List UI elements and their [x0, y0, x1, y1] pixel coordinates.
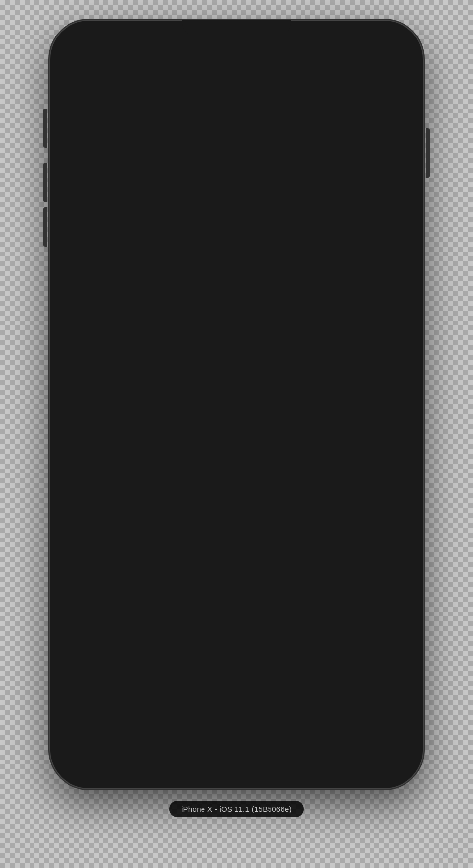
subtitle-text-label: Subtitle Text: [68, 319, 405, 329]
home-bar: [202, 773, 271, 775]
notification-text-block: Super duper test message. It's fairly lo…: [94, 40, 405, 65]
image-alignment-section: Image Alignment Align Left Align Center …: [56, 128, 417, 181]
image-align-left[interactable]: Align Left: [69, 153, 181, 174]
subtitle-align-left[interactable]: Align Left: [69, 336, 181, 357]
show-notification-button[interactable]: Show Notification: [84, 751, 164, 765]
slider-track: [68, 420, 389, 422]
subtitle-text-input[interactable]: [68, 363, 405, 386]
activity-indicator-label: Activity Indicator Alignment: [68, 190, 405, 200]
exit-animation-section: Exit Animation Type Linear Spring Gravit…: [56, 74, 417, 128]
bottom-bar: Show Notification Print Identifiers Dism…: [56, 742, 417, 769]
notification-title: Super duper test message.: [94, 40, 405, 52]
notification-text-control: Align Left Align Center Align Right: [68, 259, 405, 282]
subtitle-text-section: Subtitle Text Align Left Align Center Al…: [56, 310, 417, 363]
slider-thumb[interactable]: [60, 412, 76, 429]
print-identifiers-button[interactable]: Print Identifiers: [220, 751, 291, 765]
activity-align-center[interactable]: Align Center: [181, 207, 293, 227]
dismiss-button[interactable]: Dismiss: [346, 751, 389, 765]
exit-animation-gravity[interactable]: Gravity: [293, 100, 404, 121]
exit-animation-linear[interactable]: Linear: [69, 100, 181, 121]
activity-align-right[interactable]: Align Right: [293, 207, 404, 227]
alert-icon: [68, 41, 86, 59]
notif-text-align-left[interactable]: Align Left: [69, 260, 181, 281]
screen-content: Exit Animation Type Linear Spring Gravit…: [56, 74, 417, 742]
activity-indicator-section: Activity Indicator Alignment Align Left …: [56, 181, 417, 234]
exit-animation-spring[interactable]: Spring: [181, 100, 293, 121]
activity-align-left[interactable]: Align Left: [69, 207, 181, 227]
subtitle-text-control: Align Left Align Center Align Right: [68, 335, 405, 358]
subtitle-align-right[interactable]: Align Right: [293, 336, 404, 357]
image-alignment-control: Align Left Align Center Align Right: [68, 152, 405, 175]
home-indicator: [56, 769, 417, 782]
slider-track-wrapper[interactable]: [68, 413, 389, 429]
image-alignment-label: Image Alignment: [68, 137, 405, 146]
preferred-padding-label: Preferred Padding: [68, 395, 405, 405]
notification-text-label: Notification Text: [68, 243, 405, 253]
exit-animation-control: Linear Spring Gravity: [68, 99, 405, 122]
image-align-center[interactable]: Align Center: [181, 153, 293, 174]
device-label: iPhone X - iOS 11.1 (15B5066e): [169, 801, 304, 817]
phone-screen: Super duper test message. It's fairly lo…: [56, 27, 417, 782]
power-button: [426, 128, 430, 178]
activity-indicator-control: Align Left Align Center Align Right: [68, 206, 405, 228]
phone-wrapper: Super duper test message. It's fairly lo…: [49, 20, 424, 789]
notification-banner: Super duper test message. It's fairly lo…: [56, 27, 417, 74]
notif-text-align-right[interactable]: Align Right: [293, 260, 404, 281]
exit-animation-label: Exit Animation Type: [68, 83, 405, 93]
preferred-padding-section: Preferred Padding 0: [56, 386, 417, 434]
subtitle-align-center[interactable]: Align Center: [181, 336, 293, 357]
image-align-right[interactable]: Align Right: [293, 153, 404, 174]
notification-subtitle: It's fairly long but reading the whole t…: [94, 54, 405, 65]
slider-value: 0: [395, 416, 405, 426]
notification-text-section: Notification Text Align Left Align Cente…: [56, 234, 417, 288]
slider-row: 0: [68, 413, 405, 429]
notif-text-align-center[interactable]: Align Center: [181, 260, 293, 281]
notification-text-input[interactable]: [68, 288, 405, 310]
